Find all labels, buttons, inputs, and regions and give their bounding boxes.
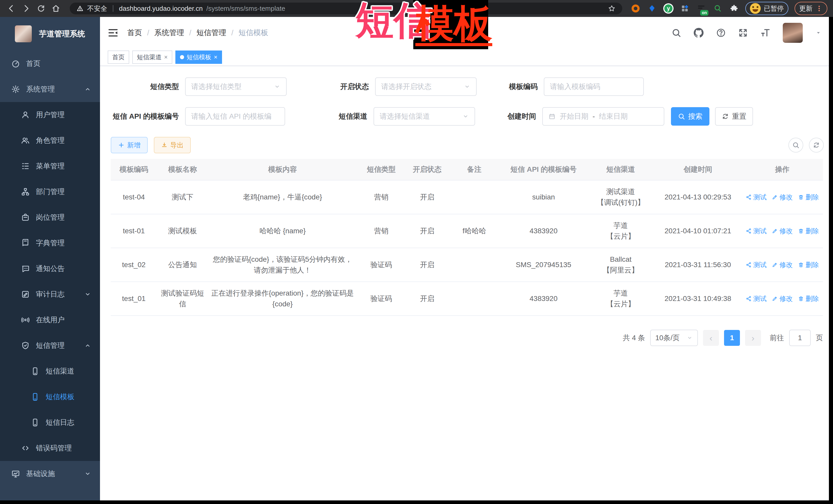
search-button[interactable]: 搜索	[671, 107, 709, 126]
browser-reload-icon[interactable]	[35, 3, 47, 14]
cell-name: 公告通知	[157, 256, 208, 274]
sidebar-item-label: 在线用户	[36, 315, 65, 325]
test-link[interactable]: 测试	[745, 293, 767, 304]
sidebar-item-dict-mgmt[interactable]: 字典管理	[0, 230, 100, 256]
extensions-puzzle-icon[interactable]	[729, 3, 739, 14]
browser-menu-dots-icon[interactable]	[815, 5, 823, 12]
header-search-icon[interactable]	[671, 28, 681, 38]
delete-link[interactable]: 删除	[798, 192, 819, 202]
sidebar-item-user-mgmt[interactable]: 用户管理	[0, 102, 100, 128]
page-size-select[interactable]: 10条/页	[650, 330, 698, 346]
sidebar-item-sms-template[interactable]: 短信模板	[0, 384, 100, 410]
test-link[interactable]: 测试	[745, 259, 767, 270]
share-icon	[745, 228, 752, 234]
sidebar-item-sms-mgmt[interactable]: 短信管理	[0, 333, 100, 358]
extension-donut-icon[interactable]	[630, 3, 641, 14]
sidebar-item-post-mgmt[interactable]: 岗位管理	[0, 205, 100, 230]
browser-forward-icon[interactable]	[21, 3, 32, 14]
close-icon[interactable]: ×	[164, 54, 168, 61]
breadcrumb: 首页 / 系统管理 / 短信管理 / 短信模板	[127, 28, 268, 38]
sms-type-select[interactable]: 请选择短信类型	[185, 77, 287, 96]
menu-fold-icon[interactable]	[108, 27, 118, 38]
close-icon[interactable]: ×	[214, 54, 217, 61]
show-search-toggle-button[interactable]	[788, 138, 803, 152]
breadcrumb-item[interactable]: 首页	[127, 28, 142, 38]
sidebar-item-home[interactable]: 首页	[0, 51, 100, 76]
template-code-field[interactable]	[544, 77, 644, 96]
refresh-table-button[interactable]	[809, 138, 824, 152]
add-button[interactable]: 新增	[111, 137, 148, 153]
edit-link[interactable]: 修改	[772, 225, 793, 236]
test-link[interactable]: 测试	[745, 192, 767, 202]
edit-link[interactable]: 修改	[772, 192, 793, 202]
sidebar-item-audit-log[interactable]: 审计日志	[0, 282, 100, 307]
api-template-id-field[interactable]	[185, 107, 285, 126]
create-time-range-picker[interactable]: 开始日期 - 结束日期	[542, 107, 664, 126]
download-icon	[161, 142, 168, 148]
search-icon	[678, 113, 685, 120]
sidebar-item-system-mgmt[interactable]: 系统管理	[0, 76, 100, 102]
total-count: 共 4 条	[623, 333, 645, 343]
bookmark-star-icon[interactable]	[608, 5, 616, 12]
help-icon[interactable]	[716, 28, 726, 38]
cell-actions: 测试 修改 删除	[741, 290, 823, 308]
avatar[interactable]	[783, 23, 803, 43]
cell-status: 开启	[406, 256, 449, 274]
delete-link[interactable]: 删除	[798, 259, 819, 270]
sidebar-item-sms-channel[interactable]: 短信渠道	[0, 358, 100, 384]
browser-home-icon[interactable]	[50, 3, 62, 14]
sidebar-item-role-mgmt[interactable]: 角色管理	[0, 128, 100, 153]
sidebar-item-dept-mgmt[interactable]: 部门管理	[0, 179, 100, 205]
chevron-down-icon	[84, 470, 91, 477]
export-button[interactable]: 导出	[154, 137, 191, 153]
github-icon[interactable]	[693, 28, 704, 38]
caret-down-icon[interactable]	[815, 29, 822, 36]
browser-update-button[interactable]: 更新	[794, 2, 827, 15]
app-logo-row[interactable]: 芋道管理系统	[0, 17, 100, 51]
delete-link[interactable]: 删除	[798, 293, 819, 304]
cell-type: 验证码	[357, 256, 406, 274]
tab-sms-template[interactable]: 短信模板 ×	[175, 50, 222, 64]
sidebar-item-menu-mgmt[interactable]: 菜单管理	[0, 153, 100, 179]
reset-button[interactable]: 重置	[715, 107, 753, 126]
extension-magnifier-icon[interactable]	[713, 3, 723, 14]
tab-home[interactable]: 首页	[108, 50, 129, 64]
cell-remark	[449, 194, 500, 201]
extension-grid-icon[interactable]	[680, 3, 690, 14]
extension-on-icon[interactable]: on	[696, 3, 706, 14]
font-size-icon[interactable]	[760, 28, 770, 38]
page-content: 短信类型 请选择短信类型 开启状态 请选择开启状态	[100, 66, 833, 504]
test-link[interactable]: 测试	[745, 225, 767, 236]
user-icon	[21, 111, 30, 119]
sidebar-item-sms-log[interactable]: 短信日志	[0, 410, 100, 435]
status-select[interactable]: 请选择开启状态	[375, 77, 477, 96]
cell-api-id: 4383920	[500, 290, 587, 308]
sidebar-item-error-code-mgmt[interactable]: 错误码管理	[0, 435, 100, 461]
breadcrumb-item[interactable]: 短信管理	[196, 28, 226, 38]
extension-y-icon[interactable]: y	[663, 3, 673, 14]
goto-page-input[interactable]	[789, 330, 811, 346]
template-code-input[interactable]	[550, 82, 638, 91]
calendar-icon	[548, 113, 555, 120]
chevron-down-icon	[464, 83, 471, 90]
address-bar[interactable]: 不安全 dashboard.yudao.iocoder.cn/system/sm…	[70, 3, 622, 14]
sidebar-item-notice[interactable]: 通知公告	[0, 256, 100, 282]
sms-channel-select[interactable]: 请选择短信渠道	[374, 107, 475, 126]
api-template-id-input[interactable]	[191, 112, 279, 120]
sidebar-item-infrastructure[interactable]: 基础设施	[0, 461, 100, 486]
edit-link[interactable]: 修改	[772, 293, 793, 304]
update-label: 更新	[799, 4, 812, 13]
prev-page-button[interactable]: ‹	[703, 330, 719, 346]
delete-link[interactable]: 删除	[798, 225, 819, 236]
tab-sms-channel[interactable]: 短信渠道 ×	[132, 50, 172, 64]
sidebar-item-online-users[interactable]: 在线用户	[0, 307, 100, 333]
profile-paused-pill[interactable]: 已暂停	[745, 2, 788, 15]
edit-link[interactable]: 修改	[772, 259, 793, 270]
breadcrumb-item[interactable]: 系统管理	[154, 28, 184, 38]
browser-back-icon[interactable]	[6, 3, 17, 14]
next-page-button[interactable]: ›	[745, 330, 761, 346]
fullscreen-icon[interactable]	[738, 28, 748, 38]
extension-gem-icon[interactable]	[647, 3, 657, 14]
page-1-button[interactable]: 1	[724, 330, 740, 346]
sidebar-item-label: 短信日志	[46, 417, 74, 427]
